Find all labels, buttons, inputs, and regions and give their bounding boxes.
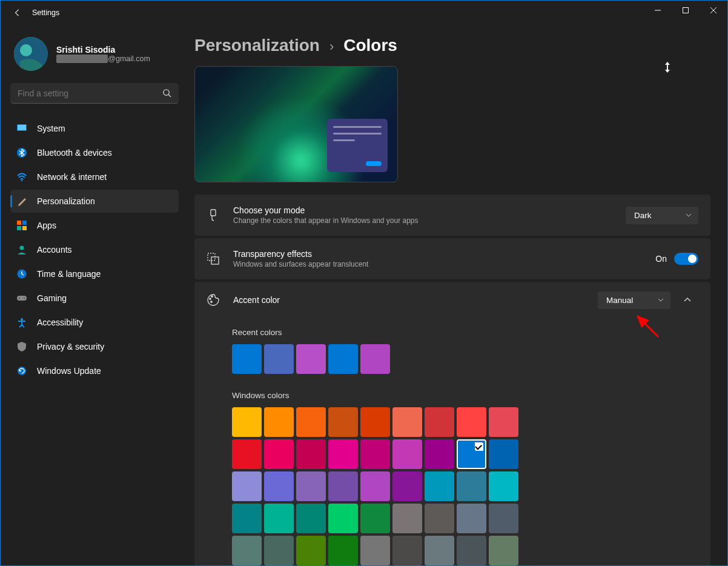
desktop-preview bbox=[194, 66, 398, 182]
windows-color-swatch[interactable] bbox=[264, 439, 294, 469]
recent-color-swatch[interactable] bbox=[264, 344, 294, 374]
windows-color-swatch[interactable] bbox=[489, 504, 518, 533]
brush-icon bbox=[207, 208, 220, 222]
windows-color-swatch[interactable] bbox=[328, 536, 358, 565]
windows-color-swatch[interactable] bbox=[392, 536, 422, 565]
svg-rect-19 bbox=[211, 210, 216, 216]
windows-color-swatch[interactable] bbox=[425, 504, 454, 533]
transparency-toggle[interactable] bbox=[674, 253, 698, 265]
windows-color-swatch[interactable] bbox=[392, 504, 422, 533]
back-button[interactable] bbox=[12, 7, 24, 19]
search-box[interactable] bbox=[10, 83, 179, 104]
svg-point-16 bbox=[24, 298, 25, 299]
recent-color-swatch[interactable] bbox=[360, 344, 390, 374]
windows-color-swatch[interactable] bbox=[232, 439, 262, 469]
windows-color-swatch[interactable] bbox=[360, 504, 390, 533]
windows-color-swatch[interactable] bbox=[360, 471, 390, 501]
windows-color-swatch[interactable] bbox=[296, 471, 326, 501]
sidebar-item-label: Accounts bbox=[37, 245, 72, 255]
windows-color-swatch[interactable] bbox=[296, 504, 326, 533]
sidebar-item-label: Bluetooth & devices bbox=[37, 148, 112, 158]
maximize-button[interactable] bbox=[672, 1, 700, 20]
profile-email: xxxxxxxxxxxxx@gmail.com bbox=[56, 55, 150, 63]
mode-dropdown[interactable]: Dark bbox=[626, 207, 698, 224]
windows-color-swatch[interactable] bbox=[392, 407, 422, 437]
windows-color-swatch[interactable] bbox=[457, 504, 486, 533]
close-button[interactable] bbox=[700, 1, 727, 20]
clock-icon bbox=[16, 268, 27, 279]
windows-color-swatch[interactable] bbox=[360, 407, 390, 437]
recent-color-swatch[interactable] bbox=[328, 344, 358, 374]
windows-color-swatch[interactable] bbox=[425, 536, 454, 565]
svg-point-22 bbox=[210, 298, 211, 299]
windows-color-swatch[interactable] bbox=[232, 536, 262, 565]
windows-color-swatch[interactable] bbox=[264, 471, 294, 501]
windows-color-swatch[interactable] bbox=[425, 439, 454, 469]
transparency-icon bbox=[207, 252, 220, 265]
windows-color-swatch[interactable] bbox=[328, 407, 358, 437]
windows-color-swatch[interactable] bbox=[489, 439, 518, 469]
sidebar-item-personalization[interactable]: Personalization bbox=[10, 190, 179, 213]
sidebar-item-apps[interactable]: Apps bbox=[10, 214, 179, 237]
gamepad-icon bbox=[16, 293, 27, 304]
svg-rect-8 bbox=[17, 221, 21, 225]
windows-color-swatch[interactable] bbox=[457, 536, 486, 565]
windows-colors-grid bbox=[232, 407, 521, 565]
windows-color-swatch[interactable] bbox=[296, 439, 326, 469]
windows-color-swatch[interactable] bbox=[457, 471, 486, 501]
sidebar-item-accounts[interactable]: Accounts bbox=[10, 238, 179, 261]
windows-color-swatch[interactable] bbox=[296, 536, 326, 565]
windows-color-swatch[interactable] bbox=[328, 504, 358, 533]
windows-color-swatch[interactable] bbox=[489, 407, 518, 437]
windows-color-swatch[interactable] bbox=[457, 439, 486, 469]
windows-color-swatch[interactable] bbox=[232, 504, 262, 533]
windows-color-swatch[interactable] bbox=[232, 407, 262, 437]
breadcrumb-parent[interactable]: Personalization bbox=[194, 36, 320, 55]
sidebar-item-update[interactable]: Windows Update bbox=[10, 359, 179, 382]
sidebar-item-gaming[interactable]: Gaming bbox=[10, 287, 179, 310]
sidebar-item-bluetooth[interactable]: Bluetooth & devices bbox=[10, 141, 179, 164]
sidebar-item-time[interactable]: Time & language bbox=[10, 262, 179, 285]
sidebar-item-accessibility[interactable]: Accessibility bbox=[10, 311, 179, 334]
palette-icon bbox=[207, 293, 220, 307]
windows-color-swatch[interactable] bbox=[392, 439, 422, 469]
windows-color-swatch[interactable] bbox=[264, 407, 294, 437]
windows-color-swatch[interactable] bbox=[425, 407, 454, 437]
windows-colors-label: Windows colors bbox=[232, 391, 698, 400]
windows-color-swatch[interactable] bbox=[296, 407, 326, 437]
svg-rect-10 bbox=[17, 226, 21, 230]
profile[interactable]: Srishti Sisodia xxxxxxxxxxxxx@gmail.com bbox=[14, 37, 179, 71]
windows-color-swatch[interactable] bbox=[360, 536, 390, 565]
paint-icon bbox=[16, 196, 27, 207]
recent-color-swatch[interactable] bbox=[296, 344, 326, 374]
windows-color-swatch[interactable] bbox=[328, 439, 358, 469]
profile-name: Srishti Sisodia bbox=[56, 45, 150, 55]
windows-color-swatch[interactable] bbox=[457, 407, 486, 437]
windows-color-swatch[interactable] bbox=[425, 471, 454, 501]
windows-color-swatch[interactable] bbox=[489, 536, 518, 565]
accent-dropdown[interactable]: Manual bbox=[598, 291, 670, 309]
sidebar-item-network[interactable]: Network & internet bbox=[10, 165, 179, 188]
monitor-icon bbox=[16, 123, 27, 134]
svg-point-2 bbox=[20, 44, 32, 56]
chevron-right-icon: › bbox=[329, 39, 334, 55]
search-input[interactable] bbox=[18, 88, 162, 98]
sidebar-item-privacy[interactable]: Privacy & security bbox=[10, 335, 179, 358]
accessibility-icon bbox=[16, 317, 27, 328]
svg-point-24 bbox=[211, 301, 212, 302]
recent-colors-row bbox=[232, 344, 523, 374]
search-icon bbox=[162, 88, 171, 98]
windows-color-swatch[interactable] bbox=[232, 471, 262, 501]
windows-color-swatch[interactable] bbox=[328, 471, 358, 501]
transparency-title: Transparency effects bbox=[233, 249, 655, 259]
windows-color-swatch[interactable] bbox=[264, 536, 294, 565]
windows-color-swatch[interactable] bbox=[264, 504, 294, 533]
windows-color-swatch[interactable] bbox=[392, 471, 422, 501]
minimize-button[interactable] bbox=[644, 1, 672, 20]
recent-color-swatch[interactable] bbox=[232, 344, 262, 374]
sidebar-item-system[interactable]: System bbox=[10, 117, 179, 140]
sidebar-item-label: Apps bbox=[37, 221, 56, 230]
accent-collapse-button[interactable] bbox=[677, 296, 698, 304]
windows-color-swatch[interactable] bbox=[489, 471, 518, 501]
windows-color-swatch[interactable] bbox=[360, 439, 390, 469]
